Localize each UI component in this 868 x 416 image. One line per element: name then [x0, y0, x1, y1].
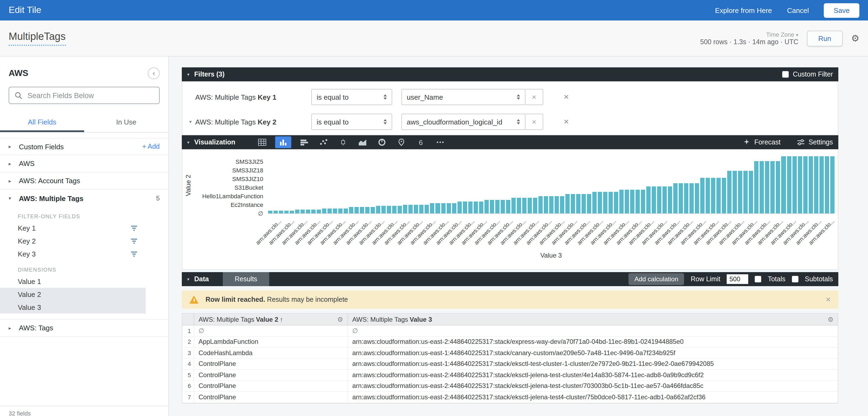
- chart-bar[interactable]: [328, 208, 332, 213]
- chart-bar[interactable]: [689, 183, 694, 213]
- add-calculation-button[interactable]: Add calculation: [628, 273, 684, 285]
- chart-bar[interactable]: [355, 207, 359, 213]
- viz-settings-button[interactable]: Settings: [797, 138, 833, 146]
- cell-value2[interactable]: ∅: [194, 325, 348, 336]
- single-value-viz-icon[interactable]: 6: [414, 137, 427, 148]
- chart-bar[interactable]: [787, 156, 791, 213]
- filter-condition-select[interactable]: is equal to: [311, 89, 392, 105]
- filter-value-select[interactable]: aws_cloudformation_logical_id: [401, 114, 525, 130]
- chart-bar[interactable]: [662, 186, 667, 213]
- chart-bar[interactable]: [749, 171, 753, 213]
- cell-value3[interactable]: arn:aws:cloudformation:us-east-2:4486402…: [348, 337, 838, 347]
- field-item-key3[interactable]: Key 3: [0, 247, 168, 260]
- chart-bar[interactable]: [268, 210, 273, 213]
- chart-bar[interactable]: [717, 178, 721, 213]
- chart-bar[interactable]: [776, 161, 780, 213]
- cancel-button[interactable]: Cancel: [787, 6, 809, 14]
- chart-bar[interactable]: [738, 171, 743, 213]
- chart-bar[interactable]: [338, 208, 343, 213]
- chart-bar[interactable]: [371, 207, 375, 213]
- banner-close-icon[interactable]: ×: [826, 295, 831, 305]
- filter-toggle-icon[interactable]: [130, 237, 138, 244]
- chart-bar[interactable]: [576, 194, 581, 213]
- chart-bar[interactable]: [284, 210, 289, 213]
- chart-bar[interactable]: [446, 203, 451, 213]
- chart-bar[interactable]: [582, 194, 586, 213]
- chart-bar[interactable]: [727, 171, 732, 213]
- chart-bar[interactable]: [652, 186, 656, 213]
- cell-value3[interactable]: arn:aws:cloudformation:us-east-2:4486402…: [348, 392, 838, 402]
- cell-value3[interactable]: arn:aws:cloudformation:us-east-2:4486402…: [348, 370, 838, 380]
- chart-bar[interactable]: [722, 178, 726, 213]
- chart-bar[interactable]: [500, 200, 505, 213]
- chart-bar[interactable]: [382, 206, 386, 213]
- chart-bar[interactable]: [765, 161, 770, 213]
- chart-bar[interactable]: [630, 189, 634, 213]
- area-chart-viz-icon[interactable]: [356, 137, 369, 148]
- explore-from-here-link[interactable]: Explore from Here: [715, 6, 772, 14]
- query-title[interactable]: MultipleTags: [9, 31, 66, 46]
- chart-bar[interactable]: [814, 156, 818, 213]
- subtotals-checkbox[interactable]: [792, 276, 798, 282]
- chart-bar[interactable]: [376, 206, 381, 213]
- field-search-box[interactable]: [9, 87, 160, 104]
- chart-bar[interactable]: [290, 210, 294, 213]
- chart-bar[interactable]: [430, 203, 435, 213]
- chart-bar[interactable]: [830, 156, 834, 213]
- chart-bar[interactable]: [781, 156, 786, 213]
- chart-bar[interactable]: [495, 200, 499, 213]
- filter-toggle-icon[interactable]: [130, 250, 138, 257]
- field-item-key1[interactable]: Key 1: [0, 221, 168, 234]
- cell-value2[interactable]: AppLambdaFunction: [194, 337, 348, 347]
- field-item-value2[interactable]: Value 2: [0, 288, 146, 301]
- collapse-triangle-icon[interactable]: ▾: [187, 72, 189, 77]
- field-group-account-tags[interactable]: ▸ AWS: Account Tags: [0, 172, 168, 190]
- cell-value3[interactable]: arn:aws:cloudformation:us-east-1:4486402…: [348, 348, 838, 358]
- cell-value3[interactable]: arn:aws:cloudformation:us-east-2:4486402…: [348, 381, 838, 391]
- run-button[interactable]: Run: [807, 30, 843, 46]
- collapse-triangle-icon[interactable]: ▾: [187, 277, 189, 282]
- chart-bar[interactable]: [414, 205, 418, 213]
- chart-bar[interactable]: [701, 178, 705, 213]
- column-gear-icon[interactable]: ⚙: [828, 315, 834, 323]
- chart-bar[interactable]: [679, 183, 683, 213]
- chart-bar[interactable]: [771, 161, 775, 213]
- filter-expand-icon[interactable]: ▾: [186, 119, 195, 125]
- pie-chart-viz-icon[interactable]: [375, 137, 389, 148]
- cell-value3[interactable]: ∅: [348, 325, 838, 336]
- field-group-tags[interactable]: ▸ AWS: Tags: [0, 319, 168, 337]
- field-group-aws[interactable]: ▸ AWS: [0, 155, 168, 172]
- boxplot-viz-icon[interactable]: [337, 137, 349, 148]
- forecast-button[interactable]: Forecast: [743, 138, 780, 146]
- chart-bar[interactable]: [614, 192, 618, 213]
- chart-bar[interactable]: [420, 205, 424, 213]
- field-item-value3[interactable]: Value 3: [0, 301, 146, 314]
- chart-bar[interactable]: [301, 209, 305, 213]
- bar-chart-viz-icon[interactable]: [298, 137, 311, 148]
- chart-bar[interactable]: [803, 156, 807, 213]
- chart-bar[interactable]: [533, 198, 537, 213]
- chart-bar[interactable]: [587, 194, 591, 213]
- chart-bar[interactable]: [598, 192, 602, 213]
- chart-bar[interactable]: [609, 192, 613, 213]
- chart-bar[interactable]: [636, 189, 640, 213]
- chart-bar[interactable]: [798, 156, 802, 213]
- custom-filter-checkbox[interactable]: [782, 71, 788, 78]
- chart-bar[interactable]: [398, 206, 402, 213]
- chart-bar[interactable]: [619, 189, 624, 213]
- data-title[interactable]: Data: [194, 275, 209, 283]
- filter-condition-select[interactable]: is equal to: [311, 114, 392, 130]
- chart-bar[interactable]: [673, 183, 678, 213]
- more-viz-types-icon[interactable]: [434, 137, 447, 148]
- filters-title[interactable]: Filters (3): [194, 71, 225, 78]
- filter-remove-button[interactable]: ×: [564, 117, 569, 127]
- chart-bar[interactable]: [760, 161, 764, 213]
- chart-bar[interactable]: [457, 201, 462, 213]
- chart-bar[interactable]: [555, 196, 559, 213]
- cell-value2[interactable]: CodeHashLambda: [194, 348, 348, 358]
- chart-bar[interactable]: [711, 178, 716, 213]
- chart-bar[interactable]: [657, 186, 661, 213]
- chart-bar[interactable]: [468, 201, 472, 213]
- chart-bar[interactable]: [684, 183, 688, 213]
- column-gear-icon[interactable]: ⚙: [337, 315, 343, 323]
